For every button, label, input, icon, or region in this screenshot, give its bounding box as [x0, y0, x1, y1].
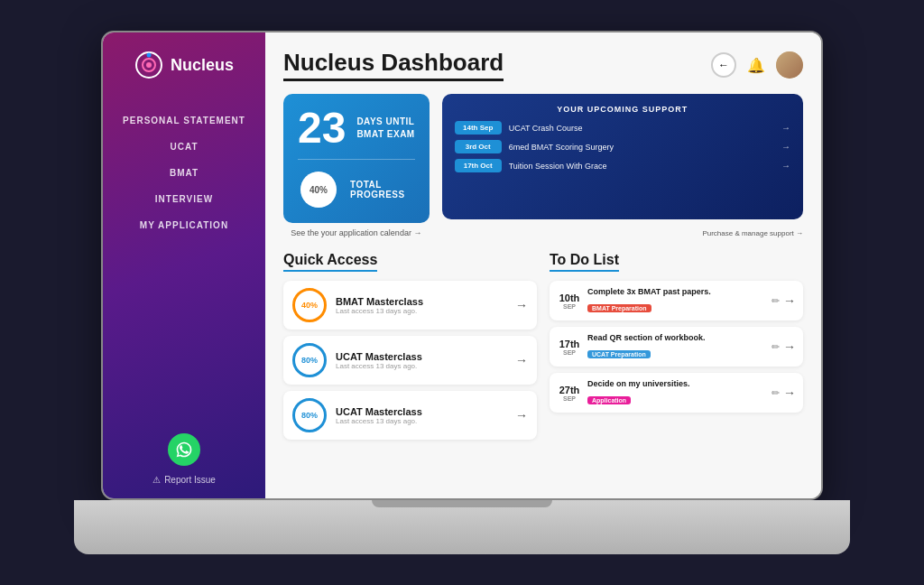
- warning-icon: ⚠: [152, 475, 161, 485]
- quick-item-1[interactable]: 80% UCAT Masterclass Last access 13 days…: [283, 336, 537, 385]
- todo-title-1: Read QR section of workbook.: [587, 333, 766, 342]
- todo-item-1[interactable]: 17th SEP Read QR section of workbook. UC…: [550, 327, 803, 367]
- quick-access-title: Quick Access: [283, 252, 377, 272]
- back-button[interactable]: ←: [711, 52, 736, 78]
- header: Nucleus Dashboard ← 🔔: [283, 49, 803, 81]
- quick-item-2[interactable]: 80% UCAT Masterclass Last access 13 days…: [283, 391, 537, 440]
- laptop-base: [74, 500, 850, 554]
- support-card-wrap: YOUR UPCOMING SUPPORT 14th Sep UCAT Cras…: [442, 94, 803, 239]
- quick-sub-0: Last access 13 days ago.: [336, 307, 515, 315]
- support-item-2[interactable]: 17th Oct Tuition Session With Grace →: [455, 159, 790, 172]
- quick-arrow-1: →: [515, 353, 528, 367]
- nucleus-logo-icon: [134, 51, 163, 79]
- quick-info-1: UCAT Masterclass Last access 13 days ago…: [336, 351, 515, 370]
- support-card-title: YOUR UPCOMING SUPPORT: [455, 105, 790, 114]
- sidebar-bottom: ⚠ Report Issue: [152, 433, 216, 485]
- edit-icon-2[interactable]: ✏: [772, 387, 780, 399]
- support-item-1[interactable]: 3rd Oct 6med BMAT Scoring Surgery →: [455, 140, 790, 153]
- svg-point-3: [146, 53, 151, 58]
- sidebar-item-bmat[interactable]: BMAT: [170, 168, 199, 178]
- todo-arrow-1: →: [783, 339, 796, 354]
- progress-circle: 40%: [298, 169, 339, 210]
- bottom-row: Quick Access 40% BMAT Masterclass Last a…: [283, 252, 803, 485]
- quick-info-2: UCAT Masterclass Last access 13 days ago…: [336, 406, 515, 425]
- calendar-link[interactable]: See the your application calendar →: [291, 228, 421, 237]
- quick-arrow-0: →: [515, 298, 528, 312]
- todo-actions-2: ✏ →: [772, 385, 796, 400]
- main-content: Nucleus Dashboard ← 🔔: [265, 32, 821, 498]
- todo-section: To Do List 10th SEP Complete 3x BMAT pas…: [550, 252, 803, 485]
- support-name-1: 6med BMAT Scoring Surgery: [509, 143, 774, 152]
- sidebar-item-my-application[interactable]: MY APPLICATION: [140, 220, 228, 230]
- quick-circle-2: 80%: [292, 398, 327, 432]
- support-item-0[interactable]: 14th Sep UCAT Crash Course →: [455, 121, 790, 135]
- sidebar-item-ucat[interactable]: UCAT: [170, 142, 198, 152]
- top-row: 23 DAYS UNTILBMAT EXAM 40%: [283, 94, 803, 239]
- todo-arrow-2: →: [783, 385, 796, 400]
- todo-info-0: Complete 3x BMAT past papers. BMAT Prepa…: [587, 287, 766, 314]
- todo-badge-2: Application: [587, 396, 631, 404]
- todo-arrow-0: →: [783, 293, 796, 308]
- support-arrow-2: →: [781, 161, 790, 171]
- total-progress-label: TOTALPROGRESS: [350, 180, 405, 200]
- sidebar-nav: PERSONAL STATEMENT UCAT BMAT INTERVIEW M…: [112, 116, 256, 230]
- header-actions: ← 🔔: [711, 51, 803, 79]
- logo-text: Nucleus: [171, 56, 234, 75]
- support-date-2: 17th Oct: [455, 159, 502, 172]
- todo-date-1: 17th SEP: [557, 339, 582, 356]
- edit-icon-1[interactable]: ✏: [772, 341, 780, 353]
- todo-title: To Do List: [550, 252, 619, 272]
- quick-name-2: UCAT Masterclass: [336, 406, 515, 417]
- quick-name-1: UCAT Masterclass: [336, 351, 515, 362]
- quick-sub-2: Last access 13 days ago.: [336, 417, 515, 425]
- days-number: 23: [298, 107, 346, 150]
- todo-item-2[interactable]: 27th SEP Decide on my universities. Appl…: [550, 373, 803, 413]
- support-date-0: 14th Sep: [455, 121, 502, 135]
- todo-info-1: Read QR section of workbook. UCAT Prepar…: [587, 333, 766, 360]
- sidebar-item-personal-statement[interactable]: PERSONAL STATEMENT: [123, 116, 245, 125]
- todo-badge-0: BMAT Preparation: [587, 304, 651, 312]
- support-date-1: 3rd Oct: [455, 140, 502, 153]
- edit-icon-0[interactable]: ✏: [772, 295, 780, 307]
- todo-actions-0: ✏ →: [772, 293, 796, 308]
- quick-name-0: BMAT Masterclass: [336, 296, 515, 307]
- todo-title-0: Complete 3x BMAT past papers.: [587, 287, 766, 296]
- svg-point-2: [146, 62, 152, 68]
- sidebar-logo: Nucleus: [134, 51, 234, 79]
- report-issue-label: Report Issue: [164, 475, 216, 485]
- support-card: YOUR UPCOMING SUPPORT 14th Sep UCAT Cras…: [442, 94, 803, 219]
- sidebar-item-interview[interactable]: INTERVIEW: [155, 194, 213, 204]
- todo-item-0[interactable]: 10th SEP Complete 3x BMAT past papers. B…: [550, 281, 803, 320]
- todo-actions-1: ✏ →: [772, 339, 796, 354]
- avatar-image: [776, 51, 803, 79]
- todo-date-0: 10th SEP: [557, 292, 582, 310]
- todo-info-2: Decide on my universities. Application: [587, 379, 766, 406]
- quick-arrow-2: →: [515, 408, 528, 422]
- whatsapp-icon[interactable]: [168, 433, 200, 466]
- bell-icon: 🔔: [747, 57, 765, 74]
- notification-button[interactable]: 🔔: [744, 52, 769, 78]
- support-arrow-0: →: [781, 123, 790, 133]
- support-manage-link[interactable]: Purchase & manage support →: [702, 229, 803, 237]
- progress-percent: 40%: [300, 172, 337, 208]
- todo-title-2: Decide on my universities.: [587, 379, 766, 388]
- todo-badge-1: UCAT Preparation: [587, 350, 651, 358]
- support-name-0: UCAT Crash Course: [509, 124, 774, 133]
- days-label: DAYS UNTILBMAT EXAM: [356, 116, 414, 141]
- quick-circle-0: 40%: [292, 288, 327, 322]
- quick-item-0[interactable]: 40% BMAT Masterclass Last access 13 days…: [283, 281, 537, 330]
- page-title: Nucleus Dashboard: [283, 49, 504, 81]
- quick-info-0: BMAT Masterclass Last access 13 days ago…: [336, 296, 515, 315]
- quick-access-section: Quick Access 40% BMAT Masterclass Last a…: [283, 252, 537, 485]
- days-card: 23 DAYS UNTILBMAT EXAM 40%: [283, 94, 430, 239]
- quick-sub-1: Last access 13 days ago.: [336, 362, 515, 370]
- todo-date-2: 27th SEP: [557, 385, 582, 402]
- sidebar: Nucleus PERSONAL STATEMENT UCAT BMAT INT…: [103, 32, 265, 498]
- avatar[interactable]: [776, 51, 803, 79]
- back-arrow-icon: ←: [718, 59, 729, 71]
- quick-circle-1: 80%: [292, 343, 327, 377]
- support-name-2: Tuition Session With Grace: [509, 162, 774, 171]
- report-issue-button[interactable]: ⚠ Report Issue: [152, 475, 216, 485]
- support-arrow-1: →: [781, 142, 790, 152]
